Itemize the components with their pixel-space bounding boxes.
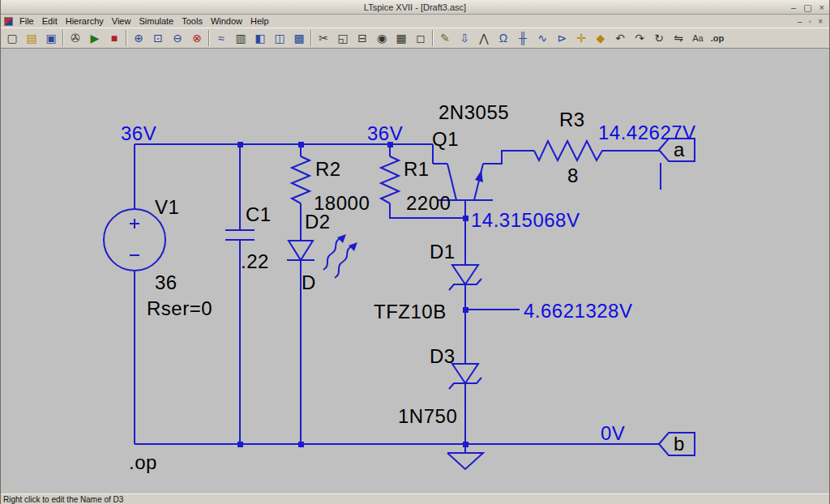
schematic-doc-icon bbox=[4, 17, 13, 26]
tile-vertical-icon[interactable]: ◧ bbox=[250, 29, 270, 47]
inductor-icon[interactable]: ∿ bbox=[533, 29, 552, 47]
junction bbox=[237, 442, 243, 447]
voltage-source-v1[interactable] bbox=[104, 209, 165, 271]
drag-icon[interactable]: ◆ bbox=[591, 29, 610, 47]
led-arrow bbox=[335, 246, 353, 278]
d2-value[interactable]: D bbox=[302, 271, 316, 293]
menu-edit[interactable]: Edit bbox=[38, 16, 62, 26]
r3-name[interactable]: R3 bbox=[559, 109, 585, 130]
r1-name[interactable]: R1 bbox=[404, 158, 430, 180]
status-bar: Right click to edit the Name of D3 bbox=[1, 493, 829, 504]
component-icon[interactable]: ⋀ bbox=[474, 29, 494, 47]
net-label-ground[interactable]: 0V bbox=[601, 422, 625, 444]
control-panel-icon[interactable]: ✇ bbox=[66, 29, 85, 47]
new-schematic-icon[interactable]: ▢ bbox=[2, 29, 22, 47]
mdi-minimize-icon[interactable]: – bbox=[798, 17, 802, 26]
net-label-base-node[interactable]: 14.315068V bbox=[471, 209, 580, 231]
paste-icon[interactable]: ⊟ bbox=[353, 29, 372, 47]
find-icon[interactable]: ◉ bbox=[372, 29, 391, 47]
v1-value[interactable]: 36 bbox=[155, 271, 178, 293]
q1-name[interactable]: Q1 bbox=[432, 128, 459, 150]
v1-param[interactable]: Rser=0 bbox=[147, 297, 212, 319]
spice-directive-text[interactable]: .op bbox=[129, 451, 157, 473]
window-title: LTspice XVII - [Draft3.asc] bbox=[364, 2, 466, 12]
menu-view[interactable]: View bbox=[108, 16, 135, 26]
schematic-canvas[interactable]: a b V1 36 Rser=0 C1 .22 R2 18000 D2 D R1… bbox=[1, 49, 829, 493]
copy-icon[interactable]: ◱ bbox=[333, 29, 353, 47]
d1-value[interactable]: TFZ10B bbox=[374, 301, 447, 322]
port-b-label: b bbox=[674, 433, 685, 455]
net-label-icon[interactable]: ⇩ bbox=[455, 29, 474, 47]
q1-value[interactable]: 2N3055 bbox=[439, 101, 509, 123]
junction bbox=[298, 442, 304, 447]
menu-window[interactable]: Window bbox=[207, 16, 246, 26]
c1-name[interactable]: C1 bbox=[246, 203, 272, 225]
tile-horizontal-icon[interactable]: ◫ bbox=[270, 29, 289, 47]
rotate-icon[interactable]: ↻ bbox=[649, 29, 669, 47]
d3-value[interactable]: 1N750 bbox=[398, 405, 457, 427]
cut-icon[interactable]: ✂ bbox=[314, 29, 333, 47]
zoom-out-icon[interactable]: ⊖ bbox=[168, 29, 187, 47]
net-label-36v-left[interactable]: 36V bbox=[121, 122, 156, 144]
menu-help[interactable]: Help bbox=[246, 16, 273, 26]
print-icon[interactable]: ▦ bbox=[391, 29, 411, 47]
waveform-panes-icon[interactable]: ▥ bbox=[231, 29, 250, 47]
capacitor-c1[interactable] bbox=[225, 230, 255, 240]
cascade-icon[interactable]: ▩ bbox=[289, 29, 309, 47]
diode-icon[interactable]: ⊳ bbox=[552, 29, 571, 47]
d1-name[interactable]: D1 bbox=[430, 241, 456, 263]
diode-d2[interactable] bbox=[287, 234, 357, 278]
mdi-restore-icon[interactable]: ▫ bbox=[809, 17, 812, 26]
ltspice-window: LTspice XVII - [Draft3.asc] – ▢ × File E… bbox=[0, 0, 830, 504]
d3-name[interactable]: D3 bbox=[430, 345, 456, 367]
text-tool-icon[interactable]: Aa bbox=[688, 29, 708, 47]
net-label-zener-mid[interactable]: 4.6621328V bbox=[524, 300, 632, 322]
toolbar-separator bbox=[62, 30, 64, 46]
junction-dots bbox=[237, 142, 468, 447]
zoom-full-extents-icon[interactable]: ⊗ bbox=[187, 29, 207, 47]
ground-symbol[interactable] bbox=[447, 453, 483, 469]
mirror-icon[interactable]: ⇋ bbox=[669, 29, 688, 47]
schematic-svg: a b V1 36 Rser=0 C1 .22 R2 18000 D2 D R1… bbox=[1, 49, 829, 493]
draw-wire-icon[interactable]: ✎ bbox=[435, 29, 455, 47]
close-icon[interactable]: × bbox=[819, 3, 824, 11]
net-label-output[interactable]: 14.42627V bbox=[598, 122, 696, 143]
menu-file[interactable]: File bbox=[15, 16, 38, 26]
r1-value[interactable]: 2200 bbox=[406, 192, 451, 214]
capacitor-icon[interactable]: ╫ bbox=[513, 29, 533, 47]
halt-icon[interactable]: ■ bbox=[105, 29, 124, 47]
resistor-icon[interactable]: Ω bbox=[494, 29, 513, 47]
menu-simulate[interactable]: Simulate bbox=[135, 16, 178, 26]
resistor-r3[interactable] bbox=[534, 141, 607, 160]
redo-icon[interactable]: ↷ bbox=[630, 29, 649, 47]
spice-directive-icon[interactable]: .op bbox=[708, 29, 727, 47]
menu-hierarchy[interactable]: Hierarchy bbox=[62, 16, 108, 26]
v1-name[interactable]: V1 bbox=[155, 196, 179, 218]
resistor-r2[interactable] bbox=[292, 156, 310, 203]
run-icon[interactable]: ▶ bbox=[85, 29, 105, 47]
maximize-icon[interactable]: ▢ bbox=[803, 3, 811, 11]
c1-value[interactable]: .22 bbox=[241, 250, 269, 272]
junction bbox=[298, 142, 304, 147]
save-icon[interactable]: ▣ bbox=[41, 29, 61, 47]
minimize-icon[interactable]: – bbox=[791, 3, 796, 11]
port-b[interactable]: b bbox=[659, 433, 695, 455]
menu-tools[interactable]: Tools bbox=[178, 16, 207, 26]
mdi-close-icon[interactable]: × bbox=[818, 17, 823, 26]
junction bbox=[237, 142, 243, 147]
net-label-36v-right[interactable]: 36V bbox=[367, 122, 403, 144]
zoom-region-icon[interactable]: ⊡ bbox=[148, 29, 168, 47]
open-icon[interactable]: ▤ bbox=[22, 29, 41, 47]
autorange-icon[interactable]: ≈ bbox=[212, 29, 231, 47]
toolbar-separator bbox=[208, 30, 210, 46]
undo-icon[interactable]: ↶ bbox=[610, 29, 630, 47]
wire[interactable] bbox=[483, 151, 534, 164]
d2-name[interactable]: D2 bbox=[305, 211, 331, 233]
r2-name[interactable]: R2 bbox=[315, 158, 341, 180]
move-icon[interactable]: ✛ bbox=[571, 29, 591, 47]
r3-value[interactable]: 8 bbox=[567, 164, 579, 186]
resistor-r1[interactable] bbox=[381, 156, 399, 203]
print-preview-icon[interactable]: ◻ bbox=[411, 29, 430, 47]
plus-sign bbox=[130, 219, 139, 229]
zoom-in-icon[interactable]: ⊕ bbox=[129, 29, 148, 47]
